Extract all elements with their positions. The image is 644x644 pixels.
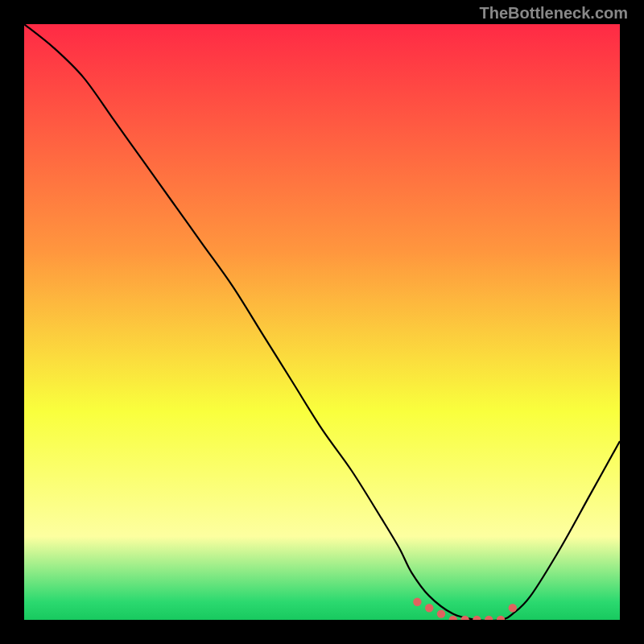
watermark-text: TheBottleneck.com (480, 4, 628, 23)
svg-rect-0 (24, 24, 620, 620)
plot-area (24, 24, 620, 620)
gradient-background (24, 24, 620, 620)
chart-container: TheBottleneck.com (0, 0, 644, 644)
